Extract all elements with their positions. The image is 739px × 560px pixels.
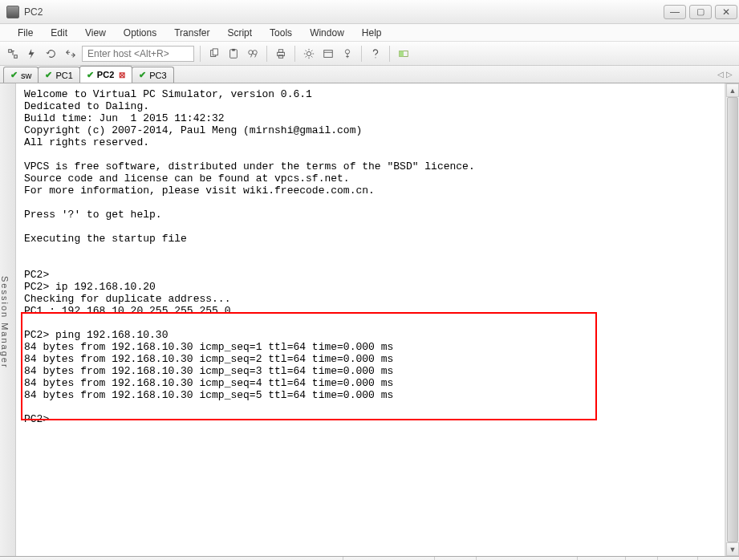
menu-file[interactable]: File [10,26,41,40]
toolbar-separator [361,46,362,62]
tab-label: PC2 [97,70,114,79]
scroll-track[interactable] [726,97,739,542]
vertical-scrollbar[interactable]: ▲ ▼ [725,83,739,556]
scroll-thumb[interactable] [727,97,738,542]
settings-icon[interactable] [301,46,317,62]
connect-icon[interactable] [5,46,21,62]
svg-rect-10 [324,50,333,57]
app-icon [6,6,19,18]
close-tab-icon[interactable]: ⊠ [119,71,125,79]
quick-connect-icon[interactable] [24,46,40,62]
scroll-up-icon[interactable]: ▲ [726,83,739,97]
menu-help[interactable]: Help [354,26,390,40]
scroll-down-icon[interactable]: ▼ [726,542,739,556]
find-icon[interactable] [245,46,261,62]
menu-transfer[interactable]: Transfer [166,26,217,40]
menu-window[interactable]: Window [302,26,352,40]
toolbar-separator [266,46,267,62]
paste-icon[interactable] [225,46,242,62]
menu-script[interactable]: Script [219,26,260,40]
check-icon: ✔ [45,70,52,80]
tab-scroll-controls: ◁ ▷ [717,66,733,83]
session-tab-pc2[interactable]: ✔PC2⊠ [79,66,132,83]
copy-icon[interactable] [206,46,222,62]
status-cursor: 29, 6 [435,557,477,560]
menu-tools[interactable]: Tools [262,26,300,40]
menu-options[interactable]: Options [116,26,164,40]
tab-scroll-left-icon[interactable]: ◁ [717,70,724,79]
status-caps: CAP [658,557,698,560]
toggle-icon[interactable] [396,46,412,62]
maximize-button[interactable]: ▢ [689,5,712,19]
svg-rect-13 [400,51,404,56]
svg-point-11 [345,49,349,53]
help-icon[interactable] [367,46,384,62]
toolbar [0,42,739,66]
menu-edit[interactable]: Edit [43,26,75,40]
keymap-icon[interactable] [339,46,355,62]
svg-point-4 [249,50,253,54]
status-size: 42 Rows, 107 Cols [477,557,578,560]
window-title: PC2 [24,6,664,18]
minimize-button[interactable]: — [664,5,686,19]
tab-label: PC3 [149,71,166,80]
check-icon: ✔ [10,70,18,80]
menu-view[interactable]: View [77,26,114,40]
status-blank [626,557,658,560]
tab-scroll-right-icon[interactable]: ▷ [726,70,733,79]
svg-rect-7 [278,49,282,52]
print-icon[interactable] [273,46,289,62]
status-ready: Ready [0,557,343,560]
session-tab-bar: ✔sw ✔PC1 ✔PC2⊠ ✔PC3 ◁ ▷ [0,66,739,83]
terminal-pane[interactable]: Welcome to Virtual PC Simulator, version… [16,83,725,556]
session-options-icon[interactable] [320,46,336,62]
session-tab-pc1[interactable]: ✔PC1 [38,67,79,83]
check-icon: ✔ [87,70,94,80]
title-bar: PC2 — ▢ ✕ [0,0,739,24]
svg-rect-1 [213,48,217,55]
session-tab-pc3[interactable]: ✔PC3 [132,67,173,83]
svg-point-5 [253,50,257,54]
status-num: NUM [698,557,739,560]
body-area: Session Manager Welcome to Virtual PC Si… [0,83,739,556]
check-icon: ✔ [139,70,146,80]
status-bar: Ready Telnet: 127.0.0.1 29, 6 42 Rows, 1… [0,556,739,560]
status-emulation: VT100 [578,557,626,560]
close-button[interactable]: ✕ [715,5,737,19]
svg-rect-3 [232,48,235,51]
disconnect-icon[interactable] [63,46,79,62]
toolbar-separator [294,46,295,62]
session-manager-tab[interactable]: Session Manager [0,83,16,556]
reconnect-icon[interactable] [43,46,59,62]
toolbar-separator [200,46,201,62]
window-controls: — ▢ ✕ [664,5,737,19]
toolbar-separator [389,46,390,62]
tab-label: PC1 [55,71,72,80]
status-connection: Telnet: 127.0.0.1 [343,557,435,560]
menu-bar: File Edit View Options Transfer Script T… [0,24,739,42]
host-input[interactable] [82,46,194,62]
session-tab-sw[interactable]: ✔sw [3,67,39,83]
svg-point-9 [307,51,311,55]
terminal-output: Welcome to Virtual PC Simulator, version… [24,88,718,425]
tab-label: sw [21,71,31,80]
